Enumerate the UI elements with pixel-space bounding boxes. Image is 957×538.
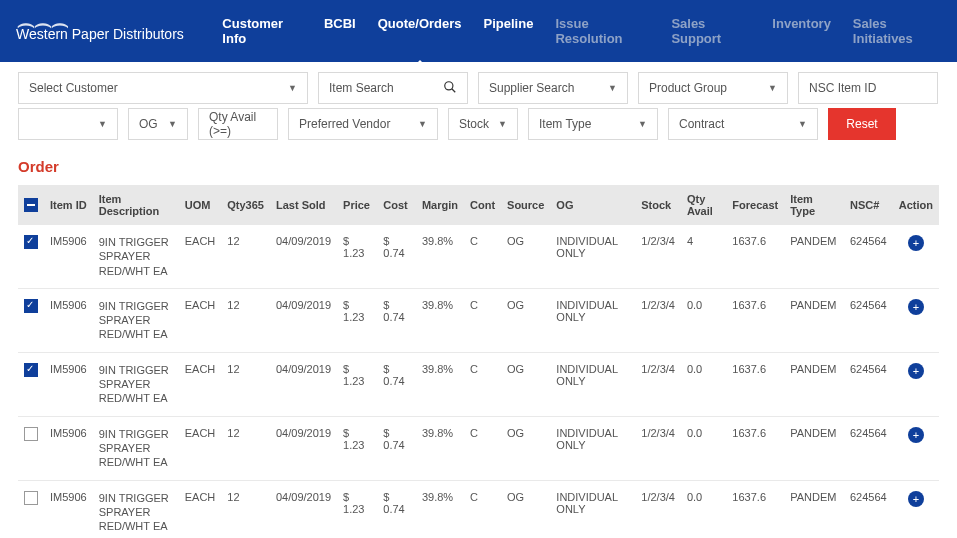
cell-cost: $ 0.74 bbox=[377, 225, 416, 288]
cell-stock: 1/2/3/4 bbox=[635, 352, 681, 416]
cell-desc: 9IN TRIGGER SPRAYER RED/WHT EA bbox=[93, 416, 179, 480]
nav-item-customer-info[interactable]: Customer Info bbox=[222, 0, 302, 68]
nsc-item-id-input[interactable]: NSC Item ID bbox=[798, 72, 938, 104]
placeholder-text: Item Type bbox=[539, 117, 591, 131]
cell-cost: $ 0.74 bbox=[377, 480, 416, 538]
col-header: Source bbox=[501, 185, 550, 225]
row-checkbox[interactable] bbox=[24, 235, 38, 249]
cell-price: $ 1.23 bbox=[337, 416, 377, 480]
cell-price: $ 1.23 bbox=[337, 352, 377, 416]
col-header: Price bbox=[337, 185, 377, 225]
reset-button[interactable]: Reset bbox=[828, 108, 896, 140]
contract-dropdown[interactable]: Contract ▼ bbox=[668, 108, 818, 140]
row-checkbox[interactable] bbox=[24, 299, 38, 313]
cell-uom: EACH bbox=[179, 288, 222, 352]
cell-qty365: 12 bbox=[221, 416, 270, 480]
cell-desc: 9IN TRIGGER SPRAYER RED/WHT EA bbox=[93, 480, 179, 538]
main-nav: Customer InfoBCBIQuote/OrdersPipelineIss… bbox=[222, 0, 941, 68]
cell-qty_avail: 0.0 bbox=[681, 352, 726, 416]
table-row: IM59069IN TRIGGER SPRAYER RED/WHT EAEACH… bbox=[18, 352, 939, 416]
cell-source: OG bbox=[501, 225, 550, 288]
cell-og: INDIVIDUAL ONLY bbox=[550, 480, 635, 538]
select-customer-dropdown[interactable]: Select Customer ▼ bbox=[18, 72, 308, 104]
blank-dropdown[interactable]: ▼ bbox=[18, 108, 118, 140]
stock-dropdown[interactable]: Stock ▼ bbox=[448, 108, 518, 140]
placeholder-text: Select Customer bbox=[29, 81, 118, 95]
cell-forecast: 1637.6 bbox=[726, 480, 784, 538]
add-row-button[interactable]: + bbox=[908, 235, 924, 251]
add-row-button[interactable]: + bbox=[908, 299, 924, 315]
cell-cost: $ 0.74 bbox=[377, 352, 416, 416]
placeholder-text: Stock bbox=[459, 117, 489, 131]
cell-price: $ 1.23 bbox=[337, 480, 377, 538]
table-row: IM59069IN TRIGGER SPRAYER RED/WHT EAEACH… bbox=[18, 480, 939, 538]
cell-item_type: PANDEM bbox=[784, 352, 844, 416]
add-row-button[interactable]: + bbox=[908, 363, 924, 379]
cell-item_type: PANDEM bbox=[784, 416, 844, 480]
row-checkbox[interactable] bbox=[24, 363, 38, 377]
cell-source: OG bbox=[501, 480, 550, 538]
cell-margin: 39.8% bbox=[416, 352, 464, 416]
placeholder-text: Qty Avail (>=) bbox=[209, 110, 267, 138]
cell-og: INDIVIDUAL ONLY bbox=[550, 225, 635, 288]
item-type-dropdown[interactable]: Item Type ▼ bbox=[528, 108, 658, 140]
cell-cont: C bbox=[464, 288, 501, 352]
nav-item-sales-initiatives[interactable]: Sales Initiatives bbox=[853, 0, 941, 68]
cell-forecast: 1637.6 bbox=[726, 288, 784, 352]
chevron-down-icon: ▼ bbox=[288, 83, 297, 93]
placeholder-text: NSC Item ID bbox=[809, 81, 876, 95]
svg-line-1 bbox=[452, 88, 456, 92]
nav-item-quote-orders[interactable]: Quote/Orders bbox=[378, 0, 462, 68]
cell-nsc: 624564 bbox=[844, 416, 893, 480]
cell-last_sold: 04/09/2019 bbox=[270, 352, 337, 416]
cell-qty_avail: 0.0 bbox=[681, 416, 726, 480]
preferred-vendor-dropdown[interactable]: Preferred Vendor ▼ bbox=[288, 108, 438, 140]
cell-cont: C bbox=[464, 225, 501, 288]
og-dropdown[interactable]: OG ▼ bbox=[128, 108, 188, 140]
cell-desc: 9IN TRIGGER SPRAYER RED/WHT EA bbox=[93, 225, 179, 288]
supplier-search-dropdown[interactable]: Supplier Search ▼ bbox=[478, 72, 628, 104]
chevron-down-icon: ▼ bbox=[498, 119, 507, 129]
cell-qty365: 12 bbox=[221, 288, 270, 352]
top-header: ⌢⌢⌢ Western Paper Distributors Customer … bbox=[0, 0, 957, 62]
table-row: IM59069IN TRIGGER SPRAYER RED/WHT EAEACH… bbox=[18, 288, 939, 352]
item-search-input[interactable]: Item Search bbox=[318, 72, 468, 104]
col-header: UOM bbox=[179, 185, 222, 225]
col-header: Cost bbox=[377, 185, 416, 225]
cell-item_type: PANDEM bbox=[784, 288, 844, 352]
add-row-button[interactable]: + bbox=[908, 427, 924, 443]
cell-stock: 1/2/3/4 bbox=[635, 416, 681, 480]
col-header: Qty Avail bbox=[681, 185, 726, 225]
placeholder-text: Preferred Vendor bbox=[299, 117, 390, 131]
row-checkbox[interactable] bbox=[24, 491, 38, 505]
nav-item-pipeline[interactable]: Pipeline bbox=[484, 0, 534, 68]
product-group-dropdown[interactable]: Product Group ▼ bbox=[638, 72, 788, 104]
row-checkbox[interactable] bbox=[24, 427, 38, 441]
placeholder-text: Item Search bbox=[329, 81, 394, 95]
qty-avail-input[interactable]: Qty Avail (>=) bbox=[198, 108, 278, 140]
section-title: Order bbox=[0, 152, 957, 185]
cell-qty365: 12 bbox=[221, 352, 270, 416]
cell-price: $ 1.23 bbox=[337, 288, 377, 352]
cell-item_id: IM5906 bbox=[44, 225, 93, 288]
select-all-checkbox[interactable] bbox=[24, 198, 38, 212]
cell-og: INDIVIDUAL ONLY bbox=[550, 416, 635, 480]
cell-forecast: 1637.6 bbox=[726, 416, 784, 480]
search-icon bbox=[443, 80, 457, 97]
nav-item-sales-support[interactable]: Sales Support bbox=[671, 0, 750, 68]
chevron-down-icon: ▼ bbox=[608, 83, 617, 93]
cell-margin: 39.8% bbox=[416, 416, 464, 480]
table-row: IM59069IN TRIGGER SPRAYER RED/WHT EAEACH… bbox=[18, 416, 939, 480]
cell-nsc: 624564 bbox=[844, 288, 893, 352]
filter-row-2: ▼ OG ▼ Qty Avail (>=) Preferred Vendor ▼… bbox=[0, 108, 957, 152]
cell-desc: 9IN TRIGGER SPRAYER RED/WHT EA bbox=[93, 288, 179, 352]
cell-uom: EACH bbox=[179, 416, 222, 480]
cell-cont: C bbox=[464, 416, 501, 480]
nav-item-bcbi[interactable]: BCBI bbox=[324, 0, 356, 68]
col-header: Action bbox=[893, 185, 939, 225]
nav-item-issue-resolution[interactable]: Issue Resolution bbox=[555, 0, 649, 68]
nav-item-inventory[interactable]: Inventory bbox=[772, 0, 831, 68]
mountain-icon: ⌢⌢⌢ bbox=[16, 20, 206, 26]
add-row-button[interactable]: + bbox=[908, 491, 924, 507]
cell-source: OG bbox=[501, 352, 550, 416]
